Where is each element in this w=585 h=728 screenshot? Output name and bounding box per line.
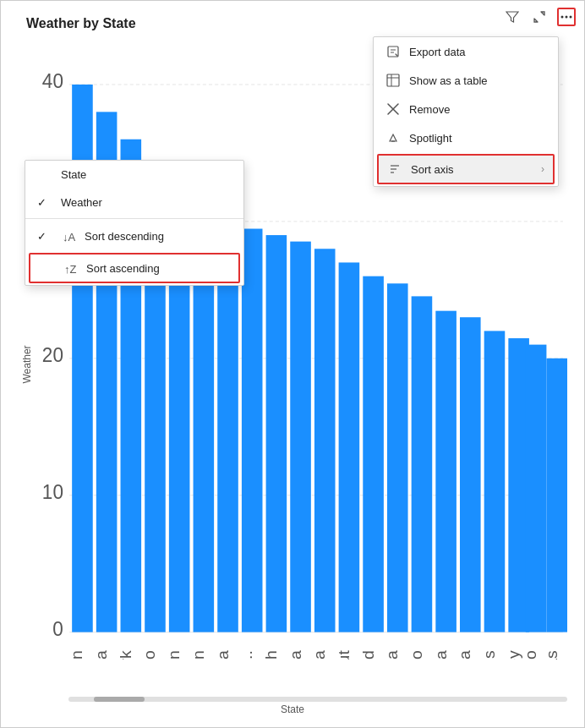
svg-text:Pennsylvania: Pennsylvania xyxy=(287,650,303,660)
spotlight-icon xyxy=(385,130,401,145)
table-icon xyxy=(385,73,401,88)
export-label: Export data xyxy=(409,46,546,58)
weather-label: Weather xyxy=(61,196,102,209)
svg-rect-29 xyxy=(460,317,481,632)
remove-label: Remove xyxy=(409,103,546,116)
sort-item-ascending[interactable]: ↑Z Sort ascending xyxy=(29,253,240,283)
svg-text:Washington: Washington xyxy=(166,650,183,660)
weather-check: ✓ xyxy=(37,196,52,209)
context-menu-left: State ✓ Weather ✓ ↓A Sort descending ↑Z xyxy=(25,160,244,286)
svg-text:Colorado: Colorado xyxy=(141,650,158,660)
svg-text:South Dakota: South Dakota xyxy=(93,650,110,660)
svg-text:Rhode Island: Rhode Island xyxy=(359,650,376,660)
scrollbar[interactable] xyxy=(68,697,567,702)
svg-rect-27 xyxy=(412,296,433,632)
asc-check xyxy=(39,262,54,275)
menu-item-table[interactable]: Show as a table xyxy=(374,66,558,95)
svg-text:New York: New York xyxy=(117,650,134,660)
spotlight-label: Spotlight xyxy=(409,132,546,145)
svg-text:New Jersey: New Jersey xyxy=(505,650,522,660)
svg-text:New Mexico: New Mexico xyxy=(522,650,539,660)
svg-rect-32 xyxy=(526,345,547,632)
svg-text:Iowa: Iowa xyxy=(214,650,231,660)
menu-item-sort-axis[interactable]: Sort axis › xyxy=(377,154,555,184)
svg-text:Oregon: Oregon xyxy=(189,650,206,660)
menu-item-spotlight[interactable]: Spotlight xyxy=(374,123,558,152)
sort-item-weather[interactable]: ✓ Weather xyxy=(25,189,243,216)
svg-text:Connecticut: Connecticut xyxy=(335,649,352,660)
export-icon xyxy=(385,44,401,59)
svg-text:Ohio: Ohio xyxy=(407,650,424,660)
svg-text:Nevada: Nevada xyxy=(384,650,401,660)
svg-text:10: 10 xyxy=(42,480,63,503)
svg-point-1 xyxy=(566,16,568,19)
sort-item-descending[interactable]: ✓ ↓A Sort descending xyxy=(25,221,243,251)
svg-rect-58 xyxy=(387,74,399,86)
svg-rect-26 xyxy=(387,283,408,632)
svg-rect-25 xyxy=(363,276,384,632)
sort-asc-icon: ↑Z xyxy=(63,260,78,276)
sort-desc-icon: ↓A xyxy=(61,228,76,244)
remove-icon xyxy=(385,101,401,117)
menu-item-remove[interactable]: Remove xyxy=(374,95,558,123)
menu-item-export[interactable]: Export data xyxy=(374,37,558,66)
x-axis-label: State xyxy=(281,703,304,715)
desc-check: ✓ xyxy=(37,230,52,243)
sort-item-state[interactable]: State xyxy=(25,161,243,189)
table-label: Show as a table xyxy=(409,74,546,87)
toolbar xyxy=(503,8,576,26)
state-label: State xyxy=(61,168,86,181)
sort-axis-label: Sort axis xyxy=(411,163,533,176)
svg-point-0 xyxy=(561,16,564,19)
svg-text:↑Z: ↑Z xyxy=(64,263,77,275)
svg-text:Michigan: Michigan xyxy=(68,650,85,660)
svg-text:↓A: ↓A xyxy=(63,231,75,243)
svg-rect-30 xyxy=(484,331,506,632)
sort-desc-label: Sort descending xyxy=(85,230,164,243)
expand-icon[interactable] xyxy=(530,8,549,26)
svg-text:Illinois: Illinois xyxy=(480,650,497,660)
svg-rect-24 xyxy=(339,262,360,632)
sort-asc-label: Sort ascending xyxy=(86,262,160,275)
svg-text:Utah: Utah xyxy=(262,650,279,660)
sort-axis-icon xyxy=(387,161,402,177)
context-menu-right: Export data Show as a table Remove xyxy=(373,36,559,187)
sort-menu-divider xyxy=(25,218,243,219)
svg-text:West Virginia: West Virginia xyxy=(457,650,473,660)
svg-rect-21 xyxy=(266,235,287,632)
svg-rect-23 xyxy=(314,249,336,632)
svg-text:Kansas: Kansas xyxy=(543,650,560,660)
svg-text:20: 20 xyxy=(42,344,63,367)
svg-rect-20 xyxy=(242,229,263,632)
svg-text:Nebraska: Nebraska xyxy=(311,650,328,660)
svg-rect-28 xyxy=(435,311,457,632)
scroll-thumb[interactable] xyxy=(94,697,145,702)
more-icon[interactable] xyxy=(557,8,576,26)
chart-container: Weather by State Weather 40 30 20 10 0 xyxy=(0,0,585,728)
svg-rect-33 xyxy=(546,359,567,632)
svg-point-2 xyxy=(570,16,572,19)
svg-text:Massachuse...: Massachuse... xyxy=(238,650,255,660)
filter-icon[interactable] xyxy=(503,8,522,26)
svg-text:40: 40 xyxy=(42,70,63,93)
state-check xyxy=(37,168,52,181)
svg-rect-22 xyxy=(290,242,311,632)
svg-text:Indiana: Indiana xyxy=(432,650,449,660)
sort-axis-arrow: › xyxy=(541,163,544,175)
chart-title: Weather by State xyxy=(26,16,136,31)
svg-text:0: 0 xyxy=(52,617,63,640)
